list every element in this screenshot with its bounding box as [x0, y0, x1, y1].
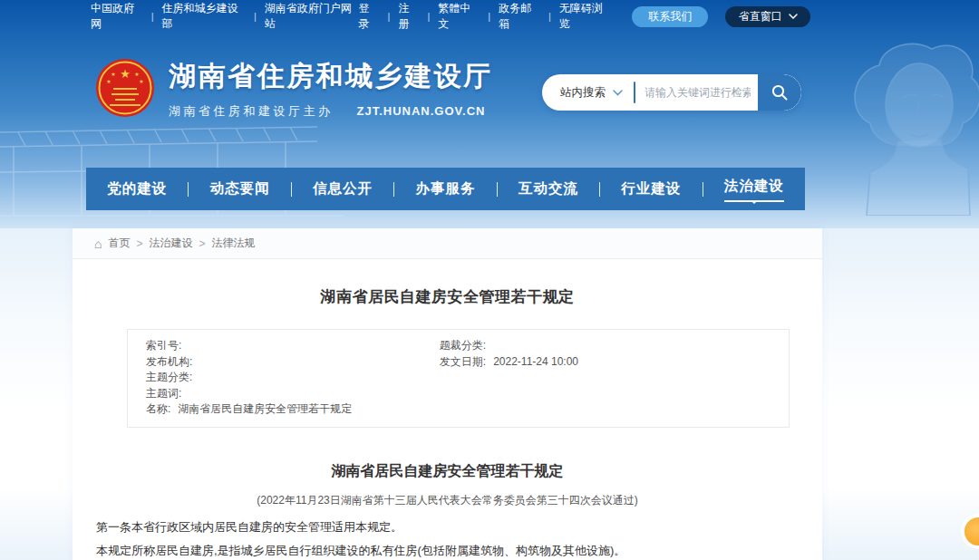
- meta-row-issuer: 发布机构:: [146, 354, 440, 371]
- search-icon: [771, 83, 789, 101]
- login-link[interactable]: 登录: [359, 1, 380, 32]
- statue-illustration: [843, 36, 979, 216]
- document-title: 湖南省居民自建房安全管理若干规定: [73, 462, 822, 481]
- site-subtitle: 湖南省住房和建设厅主办: [169, 103, 334, 120]
- traditional-chinese-link[interactable]: 繁體中文: [438, 1, 480, 32]
- paragraph: 第一条本省行政区域内居民自建房的安全管理适用本规定。: [73, 516, 780, 540]
- nav-item-interaction[interactable]: 互动交流: [498, 168, 599, 210]
- meta-row-keywords: 主题词:: [146, 386, 440, 402]
- topbar-right-links: 登录 | 注册 | 繁體中文 | 政务邮箱 | 无障碍浏览 联系我们 省直窗口: [359, 1, 810, 32]
- topbar-link-gov-cn[interactable]: 中国政府网: [91, 1, 143, 32]
- svg-text:★: ★: [134, 72, 139, 77]
- meta-left-column: 索引号: 发布机构: 主题分类: 主题词: 名称:湖南省居民自建房安全管理若干规…: [146, 338, 440, 418]
- breadcrumb-separator: >: [136, 237, 142, 250]
- meta-row-genre: 题裁分类:: [440, 338, 771, 354]
- meta-row-issue-date: 发文日期:2022-11-24 10:00: [440, 354, 771, 371]
- nav-item-services[interactable]: 办事服务: [394, 168, 496, 210]
- register-link[interactable]: 注册: [398, 1, 419, 32]
- topbar-link-hunan-gov[interactable]: 湖南省政府门户网站: [265, 1, 359, 32]
- nav-item-rule-of-law[interactable]: 法治建设: [703, 168, 805, 210]
- page: 中国政府网 | 住房和城乡建设部 | 湖南省政府门户网站 登录 | 注册 | 繁…: [0, 0, 979, 560]
- document-subtitle: (2022年11月23日湖南省第十三届人民代表大会常务委员会第三十四次会议通过): [73, 493, 822, 508]
- chevron-down-icon: [789, 14, 798, 19]
- topbar-divider: |: [388, 11, 391, 22]
- meta-row-name: 名称:湖南省居民自建房安全管理若干规定: [146, 401, 440, 418]
- province-window-label: 省直窗口: [739, 9, 782, 24]
- breadcrumb-separator: >: [199, 237, 205, 250]
- topbar-left-links: 中国政府网 | 住房和城乡建设部 | 湖南省政府门户网站: [91, 1, 359, 32]
- meta-row-index: 索引号:: [146, 338, 440, 354]
- breadcrumb-rule-of-law[interactable]: 法治建设: [149, 236, 192, 251]
- site-title: 湖南省住房和城乡建设厅: [169, 58, 493, 95]
- search-scope-label: 站内搜索: [560, 85, 606, 101]
- contact-us-button[interactable]: 联系我们: [632, 6, 708, 27]
- paragraph: 本规定所称居民自建房,是指城乡居民自行组织建设的私有住房(包括附属建筑物、构筑物…: [73, 539, 780, 560]
- chevron-down-icon: [613, 90, 623, 96]
- meta-right-column: 题裁分类: 发文日期:2022-11-24 10:00: [440, 338, 771, 418]
- site-subtitle-row: 湖南省住房和建设厅主办 ZJT.HUNAN.GOV.CN: [169, 103, 493, 120]
- site-domain: ZJT.HUNAN.GOV.CN: [357, 104, 486, 118]
- document-meta-box: 索引号: 发布机构: 主题分类: 主题词: 名称:湖南省居民自建房安全管理若干规…: [127, 329, 790, 428]
- nav-item-industry[interactable]: 行业建设: [600, 168, 702, 210]
- breadcrumb-home[interactable]: 首页: [108, 236, 130, 251]
- content-card: ⌂ 首页 > 法治建设 > 法律法规 湖南省居民自建房安全管理若干规定 索引号:…: [73, 228, 822, 560]
- province-window-dropdown[interactable]: 省直窗口: [725, 6, 810, 27]
- national-emblem-logo: ★ ★ ★ ★ ★: [95, 58, 155, 118]
- topbar-link-mohurd[interactable]: 住房和城乡建设部: [162, 1, 246, 32]
- gov-mail-link[interactable]: 政务邮箱: [499, 1, 540, 32]
- search-button[interactable]: [758, 74, 801, 111]
- svg-text:★: ★: [139, 79, 143, 84]
- svg-text:★: ★: [106, 79, 111, 84]
- breadcrumb: ⌂ 首页 > 法治建设 > 法律法规: [73, 228, 822, 259]
- top-links-bar: 中国政府网 | 住房和城乡建设部 | 湖南省政府门户网站 登录 | 注册 | 繁…: [0, 0, 979, 33]
- accessibility-link[interactable]: 无障碍浏览: [559, 1, 611, 32]
- search-input[interactable]: [635, 74, 758, 111]
- nav-item-party-building[interactable]: 党的建设: [86, 168, 188, 210]
- nav-item-info-disclosure[interactable]: 信息公开: [292, 168, 393, 210]
- topbar-divider: |: [254, 11, 257, 22]
- document-body: 第一条本省行政区域内居民自建房的安全管理适用本规定。 本规定所称居民自建房,是指…: [73, 516, 822, 560]
- main-nav: 党的建设 动态要闻 信息公开 办事服务 互动交流 行业建设 法治建设: [86, 168, 805, 210]
- search-scope-select[interactable]: 站内搜索: [542, 85, 634, 101]
- meta-row-topic-category: 主题分类:: [146, 370, 440, 386]
- nav-item-news[interactable]: 动态要闻: [189, 168, 290, 210]
- topbar-divider: |: [488, 11, 490, 22]
- page-title: 湖南省居民自建房安全管理若干规定: [73, 286, 822, 307]
- site-search: 站内搜索: [542, 74, 801, 111]
- svg-text:★: ★: [120, 67, 131, 81]
- site-header: ★ ★ ★ ★ ★ 湖南省住房和城乡建设厅 湖南省住房和建设厅主办 ZJT.HU…: [95, 58, 493, 120]
- topbar-divider: |: [548, 11, 551, 22]
- topbar-divider: |: [427, 11, 430, 22]
- breadcrumb-laws[interactable]: 法律法规: [212, 236, 256, 251]
- topbar-divider: |: [151, 11, 154, 22]
- svg-text:★: ★: [111, 72, 115, 77]
- home-icon[interactable]: ⌂: [94, 237, 102, 250]
- site-title-block: 湖南省住房和城乡建设厅 湖南省住房和建设厅主办 ZJT.HUNAN.GOV.CN: [169, 58, 493, 120]
